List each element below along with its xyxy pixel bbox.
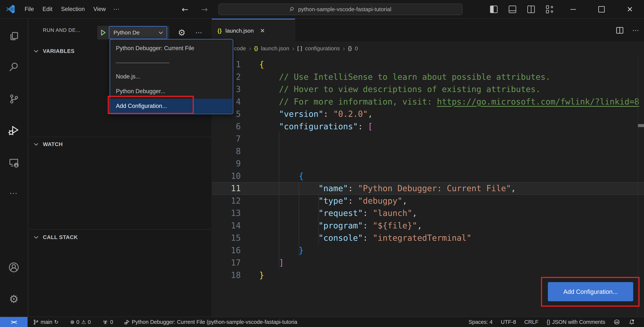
- section-label: WATCH: [43, 141, 63, 148]
- indent-guide: [318, 194, 319, 244]
- launch-configuration-select[interactable]: Python De: [109, 26, 167, 39]
- close-button[interactable]: ✕: [616, 0, 644, 19]
- menu-view[interactable]: View: [93, 6, 106, 12]
- code-line-4[interactable]: 4 // For more information, visit: https:…: [212, 96, 644, 108]
- toggle-secondary-sidebar-icon[interactable]: [522, 0, 540, 19]
- close-tab-icon[interactable]: ✕: [260, 27, 265, 34]
- customize-layout-icon[interactable]: [540, 0, 559, 19]
- breadcrumb-item-code[interactable]: code: [234, 45, 246, 52]
- ports-count: 0: [110, 319, 113, 325]
- remote-explorer-icon[interactable]: [0, 152, 28, 173]
- indent-guide: [279, 133, 279, 269]
- copilot-status[interactable]: [609, 317, 624, 327]
- toggle-primary-sidebar-icon[interactable]: [484, 0, 503, 19]
- navigate-back-icon[interactable]: ←: [182, 0, 188, 19]
- source-control-icon[interactable]: [0, 89, 28, 109]
- command-center-search[interactable]: python-sample-vscode-fastapi-tutorial: [218, 4, 462, 15]
- breadcrumb-item-0[interactable]: 0: [355, 45, 358, 52]
- debug-views-more-icon[interactable]: ⋯: [192, 26, 206, 40]
- code-line-8[interactable]: 8: [212, 145, 644, 158]
- editor-group: {} launch.json ✕ ⋯ code › {} launch.json…: [212, 19, 644, 317]
- code-line-10[interactable]: 10 {: [212, 170, 644, 182]
- code-line-14[interactable]: 14 "program": "${file}",: [212, 220, 644, 232]
- encoding-status[interactable]: UTF-8: [496, 317, 520, 327]
- line-number: 6: [212, 120, 241, 133]
- section-call-stack[interactable]: CALL STACK: [28, 232, 212, 243]
- run-and-debug-icon[interactable]: [0, 120, 28, 141]
- dropdown-item-python-current-file[interactable]: Python Debugger: Current File: [111, 41, 232, 55]
- navigate-forward-icon[interactable]: →: [201, 0, 208, 19]
- line-content: // For more information, visit: https://…: [241, 96, 639, 108]
- menu-edit[interactable]: Edit: [42, 6, 52, 12]
- maximize-button[interactable]: [587, 0, 616, 19]
- broadcast-icon: [102, 319, 108, 325]
- code-line-5[interactable]: 5 "version": "0.2.0",: [212, 108, 644, 120]
- code-line-3[interactable]: 3 // Hover to view descriptions of exist…: [212, 83, 644, 96]
- section-watch[interactable]: WATCH: [28, 138, 212, 150]
- manage-settings-icon[interactable]: ⚙: [0, 289, 28, 309]
- scrollbar-marker[interactable]: [638, 124, 644, 127]
- line-content: "name": "Python Debugger: Current File",: [241, 182, 516, 195]
- status-bar: >< main ↻ ⊗ 0 ⚠ 0 0: [0, 317, 644, 327]
- debug-status-text: Python Debugger: Current File (python-sa…: [132, 319, 297, 325]
- split-editor-icon[interactable]: [616, 26, 624, 35]
- start-debugging-button[interactable]: [97, 26, 109, 40]
- debug-status[interactable]: Python Debugger: Current File (python-sa…: [121, 317, 300, 327]
- code-line-13[interactable]: 13 "request": "launch",: [212, 207, 644, 220]
- account-icon[interactable]: [0, 257, 28, 278]
- code-line-1[interactable]: 1{: [212, 58, 644, 71]
- debug-settings-gear-icon[interactable]: ⚙: [175, 26, 188, 40]
- chevron-down-icon: [34, 236, 39, 239]
- array-symbol-icon: [ ]: [298, 46, 302, 51]
- code-line-17[interactable]: 17 ]: [212, 256, 644, 269]
- toggle-panel-icon[interactable]: [503, 0, 522, 19]
- code-line-15[interactable]: 15 "console": "integratedTerminal": [212, 232, 644, 244]
- code-line-2[interactable]: 2 // Use IntelliSense to learn about pos…: [212, 71, 644, 83]
- menu-selection[interactable]: Selection: [61, 6, 85, 12]
- editor-actions: ⋯: [616, 19, 642, 42]
- code-line-18[interactable]: 18}: [212, 269, 644, 282]
- error-count: 0: [76, 319, 80, 325]
- code-line-16[interactable]: 16 }: [212, 244, 644, 257]
- language-status[interactable]: {} JSON with Comments: [542, 317, 609, 327]
- launch-configuration-value: Python De: [114, 30, 156, 36]
- breadcrumb-item-file[interactable]: launch.json: [261, 45, 289, 52]
- code-line-11[interactable]: 11 "name": "Python Debugger: Current Fil…: [212, 182, 644, 195]
- line-number: 18: [212, 269, 241, 282]
- workbench: ⋯ ⚙ RUN AND DE... Pytho: [0, 19, 644, 317]
- line-number: 14: [212, 220, 241, 232]
- code-line-9[interactable]: 9: [212, 158, 644, 170]
- braces-icon: {}: [546, 319, 550, 325]
- search-value: python-sample-vscode-fastapi-tutorial: [298, 6, 391, 12]
- dropdown-item-nodejs[interactable]: Node.js...: [111, 70, 232, 84]
- line-content: {: [241, 58, 264, 71]
- problems-status[interactable]: ⊗ 0 ⚠ 0: [67, 317, 94, 327]
- dropdown-item-python-debugger[interactable]: Python Debugger...: [111, 84, 232, 98]
- code-line-7[interactable]: 7: [212, 133, 644, 145]
- title-bar: File Edit Selection View ⋯ ← → python-sa…: [0, 0, 644, 19]
- ports-status[interactable]: 0: [99, 317, 116, 327]
- code-line-6[interactable]: 6 "configurations": [: [212, 120, 644, 133]
- code-line-12[interactable]: 12 "type": "debugpy",: [212, 195, 644, 207]
- editor-more-actions-icon[interactable]: ⋯: [632, 26, 640, 34]
- branch-status[interactable]: main ↻: [30, 317, 62, 327]
- breadcrumb-item-configurations[interactable]: configurations: [305, 45, 340, 52]
- minimize-button[interactable]: [559, 0, 587, 19]
- dropdown-separator: [116, 62, 170, 63]
- line-content: "version": "0.2.0",: [241, 108, 373, 120]
- line-number: 11: [212, 182, 241, 195]
- sidebar-title: RUN AND DE...: [43, 28, 80, 33]
- notifications-bell[interactable]: [624, 317, 639, 327]
- eol-status[interactable]: CRLF: [520, 317, 543, 327]
- more-views-icon[interactable]: ⋯: [0, 183, 28, 203]
- menu-more-icon[interactable]: ⋯: [113, 6, 120, 13]
- add-configuration-button[interactable]: Add Configuration...: [548, 282, 633, 301]
- explorer-icon[interactable]: [0, 26, 28, 47]
- search-view-icon[interactable]: [0, 57, 28, 77]
- indentation-status[interactable]: Spaces: 4: [464, 317, 497, 327]
- code-editor[interactable]: 1{2 // Use IntelliSense to learn about p…: [212, 54, 644, 317]
- dropdown-item-add-configuration[interactable]: Add Configuration...: [111, 99, 232, 113]
- menu-file[interactable]: File: [24, 6, 34, 12]
- remote-indicator[interactable]: ><: [0, 317, 28, 327]
- tab-launch-json[interactable]: {} launch.json ✕: [212, 19, 295, 42]
